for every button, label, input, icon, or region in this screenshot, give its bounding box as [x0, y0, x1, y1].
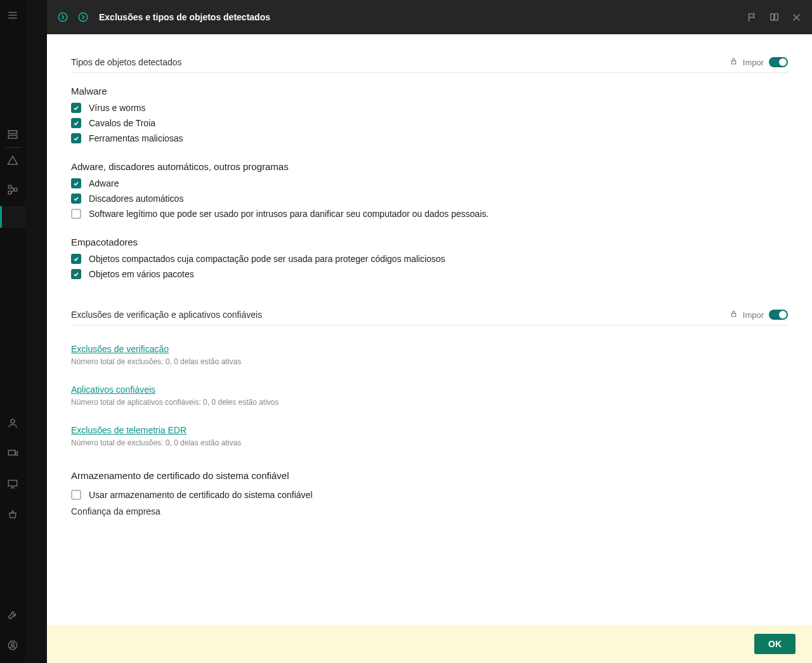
malware-label-0: Vírus e worms	[89, 103, 145, 113]
exclusion-link-2[interactable]: Exclusões de telemetria EDR	[71, 425, 187, 435]
alert-icon[interactable]	[0, 152, 25, 169]
back-circle-icon[interactable]	[57, 11, 69, 23]
modal-footer: OK	[47, 625, 812, 663]
exclusion-link-0[interactable]: Exclusões de verificação	[71, 344, 169, 354]
breadcrumb-circle-icon[interactable]	[77, 11, 89, 23]
left-rail	[0, 0, 25, 663]
adware-title: Adware, discadores automáticos, outros p…	[71, 161, 788, 172]
malware-checkbox-1[interactable]	[71, 118, 81, 128]
packers-label-1: Objetos em vários pacotes	[89, 269, 194, 279]
adware-label-0: Adware	[89, 178, 119, 188]
enforce-label: Impor	[743, 310, 764, 320]
svg-rect-5	[8, 185, 11, 188]
cert-checkbox-label: Usar armazenamento de certificado do sis…	[89, 490, 313, 500]
exclusion-link-1[interactable]: Aplicativos confiáveis	[71, 384, 155, 395]
exclusion-link-sub-0: Número total de exclusões: 0, 0 delas es…	[71, 357, 788, 366]
book-icon[interactable]	[769, 12, 780, 23]
cert-heading: Armazenamento de certificado do sistema …	[71, 470, 788, 481]
svg-point-19	[79, 13, 88, 22]
exclusions-heading: Exclusões de verificação e aplicativos c…	[71, 310, 262, 320]
lock-icon	[730, 57, 738, 67]
svg-rect-23	[731, 313, 736, 317]
svg-rect-7	[14, 188, 17, 192]
secondary-gutter	[25, 0, 47, 663]
detected-types-heading: Tipos de objetos detectados	[71, 57, 182, 67]
cert-checkbox[interactable]	[71, 490, 81, 500]
adware-checkbox-1[interactable]	[71, 194, 81, 204]
exclusion-link-sub-1: Número total de aplicativos confiáveis: …	[71, 398, 788, 407]
adware-checkbox-0[interactable]	[71, 178, 81, 188]
policies-icon[interactable]	[0, 206, 25, 228]
lock-icon	[730, 310, 738, 320]
packers-checkbox-0[interactable]	[71, 254, 81, 264]
malware-checkbox-0[interactable]	[71, 103, 81, 113]
close-icon[interactable]	[791, 12, 802, 23]
modal-title: Exclusões e tipos de objetos detectados	[99, 12, 270, 22]
basket-icon[interactable]	[0, 506, 25, 523]
menu-icon[interactable]	[0, 6, 25, 24]
enforce-toggle-exclusions[interactable]	[769, 310, 788, 320]
modal-body: Tipos de objetos detectados Impor Malwar…	[47, 34, 812, 625]
cert-trust-label: Confiança da empresa	[71, 506, 788, 516]
svg-rect-12	[16, 452, 18, 455]
tree-icon[interactable]	[0, 181, 25, 199]
adware-label-2: Software legítimo que pode ser usado por…	[89, 209, 488, 219]
malware-title: Malware	[71, 86, 788, 96]
packers-checkbox-1[interactable]	[71, 269, 81, 279]
svg-point-17	[11, 643, 15, 646]
settings-modal: Exclusões e tipos de objetos detectados …	[47, 0, 812, 663]
svg-rect-4	[8, 136, 17, 139]
adware-checkbox-2[interactable]	[71, 209, 81, 219]
modal-header: Exclusões e tipos de objetos detectados	[47, 0, 812, 34]
enforce-toggle-detected[interactable]	[769, 57, 788, 67]
wrench-icon[interactable]	[0, 606, 25, 624]
monitor-icon[interactable]	[0, 475, 25, 493]
packers-title: Empacotadores	[71, 237, 788, 247]
packers-label-0: Objetos compactados cuja compactação pod…	[89, 254, 445, 264]
dashboard-icon[interactable]	[0, 126, 25, 143]
svg-rect-13	[8, 480, 17, 486]
malware-label-2: Ferramentas maliciosas	[89, 133, 183, 143]
flag-icon[interactable]	[747, 12, 757, 23]
svg-rect-6	[8, 191, 11, 194]
malware-checkbox-2[interactable]	[71, 133, 81, 143]
svg-rect-11	[8, 450, 15, 456]
svg-point-10	[11, 419, 15, 423]
devices-icon[interactable]	[0, 445, 25, 463]
malware-label-1: Cavalos de Troia	[89, 118, 155, 128]
exclusion-link-sub-2: Número total de exclusões: 0, 0 delas es…	[71, 438, 788, 447]
svg-rect-22	[731, 61, 736, 64]
account-circle-icon[interactable]	[0, 636, 25, 654]
user-icon[interactable]	[0, 414, 25, 432]
svg-rect-3	[8, 131, 17, 134]
enforce-label: Impor	[743, 58, 764, 67]
adware-label-1: Discadores automáticos	[89, 194, 183, 204]
svg-point-18	[58, 13, 67, 22]
ok-button[interactable]: OK	[754, 634, 796, 654]
